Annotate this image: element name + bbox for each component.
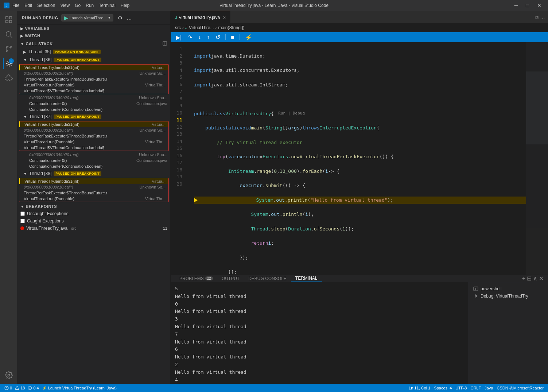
menu-run[interactable]: Run (86, 3, 94, 8)
t37-frame-7[interactable]: Continuation.enter(Continuation,boolean) (18, 163, 170, 169)
t37-frame-5[interactable]: 0x0000000801049b20.run() Unknown Sou... (18, 152, 170, 158)
t36-frame-4[interactable]: VirtualThread$VThreadContinuation.lambda… (19, 88, 168, 94)
menu-go[interactable]: Go (75, 3, 81, 8)
debug-more-btn[interactable]: … (125, 14, 133, 22)
menu-terminal[interactable]: Terminal (99, 3, 115, 8)
breakpoints-section-header[interactable]: ▼ BREAKPOINTS (18, 203, 170, 210)
activity-search[interactable] (3, 28, 15, 40)
t37-frame-1[interactable]: 0x0000000801000c10.call() Unknown So... (19, 127, 168, 133)
win-close[interactable]: ✕ (534, 2, 544, 9)
problems-badge: 22 (205, 276, 213, 280)
win-minimize[interactable]: ─ (512, 2, 521, 9)
status-attribution: CSDN @MicrosoftReactor (497, 386, 544, 390)
activity-extensions[interactable] (3, 72, 15, 84)
t37-frame-6[interactable]: Continuation.enter0() Continuation.java (18, 158, 170, 163)
panel-add-btn[interactable]: + (522, 275, 525, 282)
status-line-col[interactable]: Ln 11, Col 1 (409, 386, 430, 390)
svg-rect-12 (163, 42, 167, 46)
menu-view[interactable]: View (60, 3, 70, 8)
split-editor-btn[interactable]: ⧉ (535, 14, 539, 20)
status-errors[interactable]: 0 (4, 386, 12, 390)
t36-frame-0[interactable]: VirtualThreadTry.lambda$1(int) Virtua... (19, 65, 168, 70)
activity-debug[interactable]: 1 (3, 58, 15, 69)
t37-frame-2[interactable]: ThreadPerTaskExecutor$ThreadBoundFuture.… (19, 133, 168, 139)
menu-edit[interactable]: Edit (24, 3, 32, 8)
thread-37-header[interactable]: ▼ Thread [37] PAUSED ON BREAKPOINT (18, 113, 170, 120)
dt-step-into-btn[interactable]: ↓ (196, 33, 203, 41)
t36-frame-6[interactable]: Continuation.enter0() Continuation.java (18, 101, 170, 106)
callstack-section-header[interactable]: ▼ CALL STACK (18, 39, 170, 48)
t35-label: Thread [35] (28, 49, 51, 54)
watch-section-header[interactable]: ▶ WATCH (18, 32, 170, 39)
bp-caught-checkbox[interactable] (20, 219, 25, 223)
panel-close-btn[interactable]: ✕ (539, 275, 544, 282)
activity-explorer[interactable] (3, 14, 15, 26)
t38-frame-1[interactable]: 0x0000000801000c10.call() Unknown So... (19, 184, 168, 190)
t36-frame-5[interactable]: 0x0000000801049b20.run() Unknown Sou... (18, 95, 170, 101)
tab-virtualthreadtry[interactable]: J VirtualThreadTry.java × (171, 11, 230, 23)
tab-problems[interactable]: PROBLEMS 22 (175, 275, 217, 282)
terminal-powershell[interactable]: powershell (471, 285, 545, 292)
svg-point-6 (6, 46, 7, 48)
breadcrumb: src › J VirtualThre... › main(String[]) (171, 24, 548, 32)
status-launch[interactable]: ⚡ Launch VirtualThreadTry (Learn_Java) (42, 386, 117, 391)
terminal-debug[interactable]: Debug: VirtualThreadTry (471, 292, 545, 300)
bp-uncaught-checkbox[interactable] (20, 211, 25, 216)
panel-split-btn[interactable]: ⊟ (527, 275, 532, 282)
callstack-restore-btn[interactable] (162, 41, 167, 47)
t36-f2-method: ThreadPerTaskExecutor$ThreadBoundFuture.… (24, 77, 107, 81)
bc-file[interactable]: VirtualThre... (189, 25, 214, 30)
t38-f1-method: 0x0000000801000c10.call() (24, 185, 73, 189)
t36-frame-7[interactable]: Continuation.enter(Continuation,boolean) (18, 106, 170, 112)
menu-selection[interactable]: Selection (37, 3, 55, 8)
thread-35-header[interactable]: ▶ Thread [35] PAUSED ON BREAKPOINT (18, 48, 170, 55)
breakpoints-label: BREAKPOINTS (26, 204, 57, 209)
debug-launch[interactable]: ▶ Launch VirtualThre... ▾ (61, 14, 113, 22)
t36-frame-3[interactable]: VirtualThread.run(Runnable) VirtualThr..… (19, 82, 168, 88)
t36-frame-2[interactable]: ThreadPerTaskExecutor$ThreadBoundFuture.… (19, 76, 168, 82)
t37-frame-3[interactable]: VirtualThread.run(Runnable) VirtualThr..… (19, 139, 168, 145)
status-encoding[interactable]: UTF-8 (455, 386, 467, 390)
activity-source-control[interactable] (3, 43, 15, 55)
status-spaces[interactable]: Spaces: 4 (434, 386, 452, 390)
more-actions-btn[interactable]: … (540, 14, 545, 20)
tab-output[interactable]: OUTPUT (217, 275, 244, 282)
t37-frame-4[interactable]: VirtualThread$VThreadContinuation.lambda… (19, 145, 168, 151)
tab-debug-console[interactable]: DEBUG CONSOLE (244, 275, 291, 282)
tab-terminal[interactable]: TERMINAL (291, 275, 322, 282)
bc-src[interactable]: src (175, 25, 181, 30)
watch-chevron: ▶ (20, 34, 24, 38)
menu-help[interactable]: Help (121, 3, 130, 8)
variables-section-header[interactable]: ▶ VARIABLES (18, 25, 170, 32)
thread-38-header[interactable]: ▼ Thread [38] PAUSED ON BREAKPOINT (18, 170, 170, 177)
tab-debug-console-label: DEBUG CONSOLE (248, 276, 287, 281)
status-eol[interactable]: CRLF (470, 386, 481, 390)
status-language[interactable]: Java (485, 386, 493, 390)
dt-continue-btn[interactable]: ▶| (174, 33, 184, 42)
t37-frame-0[interactable]: VirtualThreadTry.lambda$1(int) Virtua... (19, 121, 168, 127)
tab-bar: J VirtualThreadTry.java × ⧉ … (171, 11, 548, 24)
status-info[interactable]: 0 4 (28, 386, 39, 390)
menu-file[interactable]: File (12, 3, 19, 8)
code-content[interactable]: import java.time.Duration; import java.u… (188, 42, 526, 275)
t36-frame-1[interactable]: 0x0000000801000c10.call() Unknown So... (19, 70, 168, 76)
t38-frame-3[interactable]: VirtualThread.run(Runnable) VirtualThr..… (19, 196, 168, 202)
activity-settings[interactable] (3, 369, 15, 381)
tab-close-icon[interactable]: × (223, 15, 226, 20)
bc-method[interactable]: main(String[]) (218, 25, 244, 30)
dt-restart-btn[interactable]: ↺ (213, 33, 222, 42)
dt-stop-btn[interactable]: ■ (229, 33, 237, 41)
thread-36-header[interactable]: ▼ Thread [36] PAUSED ON BREAKPOINT (18, 56, 170, 63)
status-warnings[interactable]: 18 (15, 386, 25, 390)
t38-frame-0[interactable]: VirtualThreadTry.lambda$1(int) Virtua... (19, 178, 168, 184)
editor-actions: ⧉ … (532, 14, 548, 20)
dt-step-out-btn[interactable]: ↑ (205, 33, 212, 41)
dt-step-over-btn[interactable]: ↷ (185, 33, 194, 42)
dt-lightning-btn[interactable]: ⚡ (243, 33, 254, 42)
terminal-content[interactable]: 5 Hello from virtual thread 0 Hello from… (171, 282, 468, 384)
t38-frame-2[interactable]: ThreadPerTaskExecutor$ThreadBoundFuture.… (19, 190, 168, 196)
ln-10: 10 (171, 109, 188, 117)
debug-gear-btn[interactable]: ⚙ (116, 14, 124, 22)
win-maximize[interactable]: □ (523, 2, 532, 9)
panel-chevron-up-btn[interactable]: ∧ (533, 275, 537, 282)
